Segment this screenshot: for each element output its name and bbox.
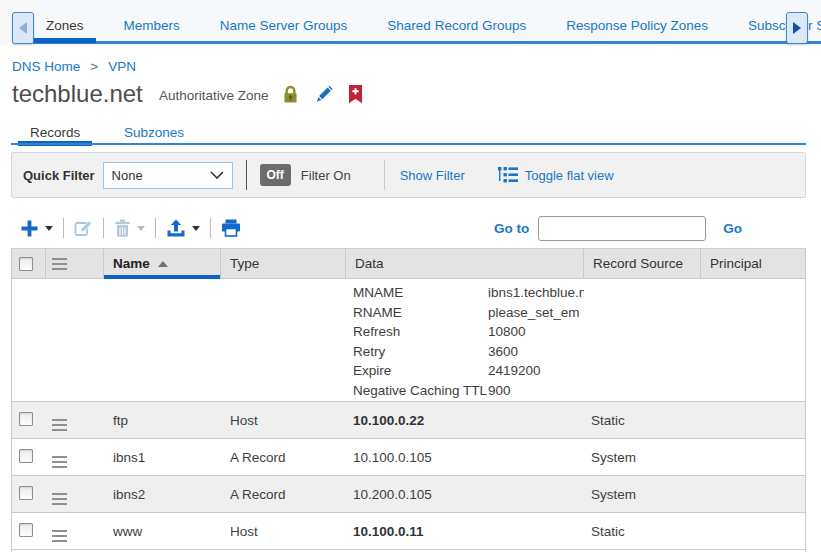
- cell-type: Host: [221, 524, 346, 539]
- tab-subzones[interactable]: Subzones: [124, 125, 184, 140]
- soa-key: Expire: [353, 361, 488, 381]
- soa-value: 3600: [488, 342, 518, 362]
- cell-type: A Record: [221, 450, 346, 465]
- filter-bar: Quick Filter None Off Filter On Show Fil…: [11, 152, 806, 198]
- table-row[interactable]: ibns2 A Record 10.200.0.105 System: [12, 476, 805, 513]
- cell-data: 10.100.0.22: [346, 413, 584, 428]
- table-row[interactable]: ftp Host 10.100.0.22 Static: [12, 402, 805, 439]
- select-all-header: [12, 249, 46, 278]
- cell-record-source: Static: [584, 524, 701, 539]
- column-header-name[interactable]: Name: [104, 249, 221, 278]
- divider: [63, 218, 64, 238]
- tab-response-policy-zones[interactable]: Response Policy Zones: [566, 18, 708, 33]
- export-icon[interactable]: [166, 219, 186, 238]
- add-menu-caret-icon[interactable]: [45, 226, 53, 231]
- print-icon[interactable]: [221, 219, 241, 237]
- toggle-flat-view-link[interactable]: Toggle flat view: [525, 168, 614, 183]
- cell-data: 10.100.0.11: [346, 524, 584, 539]
- cell-type: Host: [221, 413, 346, 428]
- tab-records[interactable]: Records: [30, 125, 80, 140]
- quick-filter-select[interactable]: None: [103, 162, 233, 189]
- soa-value: 2419200: [488, 361, 541, 381]
- quick-filter-value: None: [112, 168, 210, 183]
- flat-view-icon[interactable]: [497, 167, 518, 183]
- soa-key: MNAME: [353, 283, 488, 303]
- bookmark-add-icon[interactable]: [348, 85, 363, 104]
- go-button[interactable]: Go: [723, 221, 742, 236]
- cell-name: ibns1: [104, 450, 221, 465]
- row-checkbox[interactable]: [19, 412, 33, 426]
- soa-key: RNAME: [353, 303, 488, 323]
- row-checkbox[interactable]: [19, 449, 33, 463]
- lock-icon[interactable]: [281, 85, 300, 104]
- sort-asc-icon: [158, 261, 168, 267]
- breadcrumb-dns-home[interactable]: DNS Home: [12, 59, 80, 74]
- column-label-name: Name: [113, 256, 150, 271]
- table-row[interactable]: www Host 10.100.0.11 Static: [12, 513, 805, 550]
- goto-label: Go to: [494, 221, 529, 236]
- drag-handle-icon[interactable]: [52, 530, 67, 542]
- scroll-tabs-left-button[interactable]: [12, 12, 34, 44]
- add-icon[interactable]: [20, 219, 39, 238]
- cell-type: A Record: [221, 487, 346, 502]
- divider: [210, 218, 211, 238]
- cell-name: ftp: [104, 413, 221, 428]
- scroll-tabs-right-button[interactable]: [786, 12, 808, 44]
- row-checkbox[interactable]: [19, 486, 33, 500]
- breadcrumb-separator: >: [90, 59, 98, 74]
- export-menu-caret-icon[interactable]: [192, 226, 200, 231]
- show-filter-link[interactable]: Show Filter: [400, 168, 465, 183]
- divider: [246, 160, 247, 190]
- column-header-record-source[interactable]: Record Source: [584, 249, 701, 278]
- soa-key: Refresh: [353, 322, 488, 342]
- chevron-down-icon: [210, 171, 224, 179]
- row-checkbox[interactable]: [19, 523, 33, 537]
- delete-menu-caret-icon: [137, 226, 145, 231]
- cell-record-source: Static: [584, 413, 701, 428]
- cell-record-source: System: [584, 450, 701, 465]
- table-row-soa[interactable]: MNAMEibns1.techblue.n RNAMEplease_set_em…: [12, 279, 805, 402]
- edit-icon[interactable]: [74, 219, 93, 238]
- filter-on-label: Filter On: [301, 168, 351, 183]
- drag-handle-icon[interactable]: [52, 456, 67, 468]
- records-table: Name Type Data Record Source Principal M…: [11, 248, 806, 552]
- zone-type-label: Authoritative Zone: [159, 88, 269, 103]
- tab-subscriber-services[interactable]: Subscriber S: [748, 18, 821, 33]
- edit-pencil-icon[interactable]: [314, 84, 334, 104]
- soa-value: 900: [488, 381, 511, 401]
- filter-toggle-button[interactable]: Off: [260, 164, 291, 186]
- subtab-underline: [11, 143, 806, 145]
- soa-value: please_set_em: [488, 303, 580, 323]
- cell-soa-data: MNAMEibns1.techblue.n RNAMEplease_set_em…: [346, 279, 584, 400]
- cell-data: 10.200.0.105: [346, 487, 584, 502]
- arrow-left-icon: [19, 22, 27, 34]
- select-all-checkbox[interactable]: [19, 257, 33, 271]
- page-title: techblue.net: [12, 80, 143, 108]
- arrow-right-icon: [793, 22, 801, 34]
- top-tab-bar: Zones Members Name Server Groups Shared …: [0, 0, 821, 46]
- tab-zones[interactable]: Zones: [46, 18, 84, 33]
- column-header-data[interactable]: Data: [346, 249, 584, 278]
- table-header: Name Type Data Record Source Principal: [12, 248, 805, 279]
- tab-name-server-groups[interactable]: Name Server Groups: [220, 18, 348, 33]
- goto-input[interactable]: [538, 216, 706, 241]
- table-row[interactable]: ibns1 A Record 10.100.0.105 System: [12, 439, 805, 476]
- hamburger-icon: [52, 258, 67, 270]
- column-header-type[interactable]: Type: [221, 249, 346, 278]
- soa-value: 10800: [488, 322, 526, 342]
- drag-handle-icon[interactable]: [52, 493, 67, 505]
- breadcrumb-vpn[interactable]: VPN: [108, 59, 136, 74]
- drag-handle-icon[interactable]: [52, 419, 67, 431]
- soa-key: Retry: [353, 342, 488, 362]
- tab-members[interactable]: Members: [124, 18, 180, 33]
- divider: [103, 218, 104, 238]
- tab-shared-record-groups[interactable]: Shared Record Groups: [387, 18, 526, 33]
- tab-bar-underline: [33, 41, 821, 44]
- column-header-principal[interactable]: Principal: [701, 249, 805, 278]
- cell-name: www: [104, 524, 221, 539]
- delete-icon[interactable]: [114, 219, 131, 238]
- breadcrumb: DNS Home > VPN: [12, 59, 136, 74]
- drag-column-header: [46, 249, 104, 278]
- quick-filter-label: Quick Filter: [23, 168, 95, 183]
- records-toolbar: Go to Go: [11, 210, 806, 246]
